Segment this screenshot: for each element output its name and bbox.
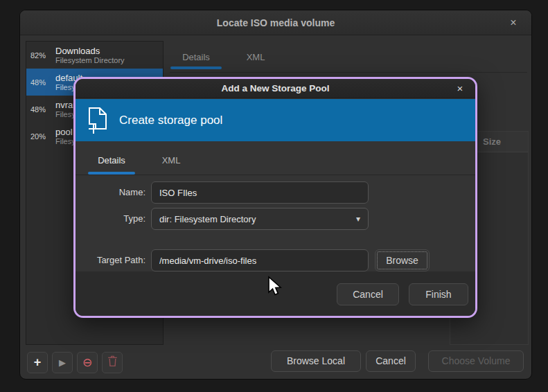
active-tab-underline [170, 66, 222, 69]
dialog-title: Add a New Storage Pool [221, 83, 329, 93]
browse-local-button[interactable]: Browse Local [271, 350, 361, 372]
cancel-button-dialog[interactable]: Cancel [337, 283, 399, 305]
choose-volume-button[interactable]: Choose Volume [428, 350, 524, 372]
start-pool-button[interactable]: ▶ [52, 352, 73, 373]
stop-pool-button[interactable]: ⊖ [77, 352, 98, 373]
add-pool-button[interactable]: + [27, 352, 48, 373]
dialog-tab-separator [76, 175, 475, 175]
dialog-tab-bar: Details XML [88, 151, 192, 175]
pool-usage: 20% [30, 132, 50, 141]
trash-icon [107, 355, 118, 370]
add-storage-pool-dialog: Add a New Storage Pool × Create storage … [73, 77, 477, 318]
tab-separator [170, 72, 527, 73]
pool-type: Filesystem Directory [55, 56, 125, 65]
delete-pool-button[interactable] [102, 352, 123, 373]
tab-xml-background[interactable]: XML [236, 46, 275, 69]
dialog-close-icon[interactable]: × [453, 82, 467, 96]
banner-title: Create storage pool [119, 114, 222, 127]
browse-button[interactable]: Browse [375, 249, 430, 271]
pool-usage: 48% [30, 78, 50, 87]
plus-icon: + [34, 355, 42, 370]
window-close-icon[interactable]: × [506, 16, 520, 30]
pool-usage: 48% [30, 105, 50, 114]
pool-name: Downloads [55, 46, 125, 56]
name-input[interactable] [151, 181, 369, 204]
tab-details-dialog[interactable]: Details [88, 151, 135, 175]
name-label: Name: [76, 187, 145, 197]
cancel-button-main[interactable]: Cancel [366, 350, 416, 372]
type-dropdown-value: dir: Filesystem Directory [159, 214, 256, 224]
target-path-input[interactable] [151, 249, 369, 271]
background-tab-bar: Details XML [170, 41, 527, 72]
tab-xml-dialog[interactable]: XML [150, 151, 192, 175]
window-titlebar: Locate ISO media volume [20, 10, 531, 35]
play-icon: ▶ [59, 357, 66, 368]
pool-usage: 82% [30, 51, 50, 60]
type-dropdown[interactable]: dir: Filesystem Directory ▾ [151, 208, 369, 230]
window-title: Locate ISO media volume [217, 17, 335, 28]
tab-details-background[interactable]: Details [170, 46, 222, 69]
type-label: Type: [76, 213, 145, 224]
new-document-plus-icon [86, 106, 109, 135]
pool-row-downloads[interactable]: 82% Downloads Filesystem Directory [26, 42, 163, 69]
chevron-down-icon: ▾ [356, 214, 360, 224]
stop-circle-icon: ⊖ [82, 355, 92, 370]
create-pool-banner: Create storage pool [76, 99, 475, 141]
target-path-label: Target Path: [76, 255, 145, 265]
dialog-titlebar: Add a New Storage Pool [76, 79, 475, 98]
finish-button[interactable]: Finish [409, 283, 468, 305]
